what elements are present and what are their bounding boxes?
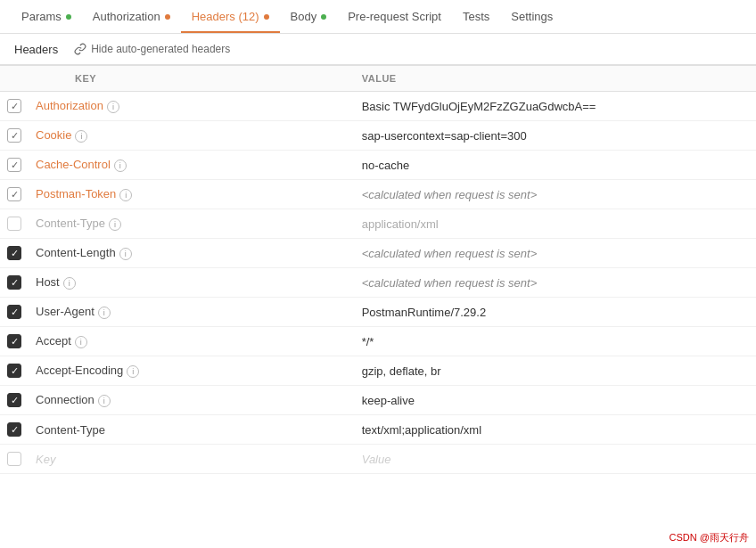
- info-icon[interactable]: i: [114, 159, 127, 172]
- table-row: AuthorizationiBasic TWFydGluOjEyM2FzZGZu…: [0, 92, 756, 121]
- row-checkbox[interactable]: [7, 187, 21, 201]
- table-row: Postman-Tokeni<calculated when request i…: [0, 180, 756, 209]
- info-icon[interactable]: i: [75, 336, 87, 348]
- table-row: Accept-Encodingigzip, deflate, br: [0, 356, 756, 386]
- tab-prerequest-label: Pre-request Script: [348, 10, 441, 23]
- value-cell: */*: [351, 327, 756, 356]
- value-cell: application/xml: [351, 209, 756, 239]
- row-checkbox[interactable]: [7, 217, 21, 231]
- checkbox-cell: [0, 121, 25, 151]
- row-checkbox[interactable]: [7, 275, 21, 290]
- params-dot: [66, 14, 71, 20]
- row-checkbox[interactable]: [7, 99, 21, 113]
- key-cell: Accept-Encodingi: [25, 356, 351, 386]
- key-cell: Connectioni: [25, 386, 351, 415]
- info-icon[interactable]: i: [119, 248, 132, 260]
- key-label: Host: [36, 275, 60, 289]
- info-icon[interactable]: i: [127, 365, 139, 378]
- tab-authorization-label: Authorization: [93, 10, 160, 23]
- key-cell: Authorizationi: [25, 92, 351, 121]
- info-icon[interactable]: i: [63, 277, 76, 290]
- table-row: Cookieisap-usercontext=sap-client=300: [0, 121, 756, 151]
- value-cell: <calculated when request is sent>: [351, 239, 756, 268]
- row-checkbox[interactable]: [7, 334, 21, 348]
- placeholder-key[interactable]: Key: [25, 445, 351, 474]
- checkbox-cell: [0, 415, 25, 445]
- info-icon[interactable]: i: [98, 395, 111, 407]
- headers-table: KEY VALUE AuthorizationiBasic TWFydGluOj…: [0, 65, 756, 474]
- key-label: Content-Length: [36, 246, 116, 259]
- value-cell: sap-usercontext=sap-client=300: [351, 121, 756, 151]
- tab-headers[interactable]: Headers (12): [181, 0, 280, 33]
- row-checkbox[interactable]: [7, 158, 21, 172]
- key-label: Content-Type: [36, 423, 105, 437]
- key-cell: Cookiei: [25, 121, 351, 151]
- tab-tests[interactable]: Tests: [452, 0, 500, 33]
- checkbox-cell: [0, 92, 25, 121]
- placeholder-value[interactable]: Value: [351, 445, 756, 474]
- tab-params-label: Params: [21, 10, 62, 23]
- headers-dot: [264, 14, 269, 20]
- checkbox-cell: [0, 268, 25, 298]
- table-row: Hosti<calculated when request is sent>: [0, 268, 756, 298]
- row-checkbox[interactable]: [7, 364, 21, 378]
- key-cell: Content-Type: [25, 415, 351, 445]
- table-row: Cache-Controlino-cache: [0, 151, 756, 180]
- key-label: Authorization: [36, 99, 103, 112]
- tab-body[interactable]: Body: [280, 0, 338, 33]
- checkbox-cell: [0, 180, 25, 209]
- info-icon[interactable]: i: [75, 130, 87, 143]
- tab-body-label: Body: [291, 10, 317, 23]
- tab-prerequest[interactable]: Pre-request Script: [337, 0, 452, 33]
- tab-headers-label: Headers (12): [192, 10, 259, 23]
- value-cell: <calculated when request is sent>: [351, 268, 756, 298]
- headers-section-label: Headers: [14, 43, 58, 56]
- link-icon: [74, 43, 86, 55]
- table-row: User-AgentiPostmanRuntime/7.29.2: [0, 298, 756, 327]
- info-icon[interactable]: i: [98, 307, 111, 319]
- checkbox-cell: [0, 386, 25, 415]
- tab-authorization[interactable]: Authorization: [82, 0, 181, 33]
- col-value-header: VALUE: [351, 66, 756, 92]
- value-cell: text/xml;application/xml: [351, 415, 756, 445]
- authorization-dot: [165, 14, 170, 20]
- value-cell: <calculated when request is sent>: [351, 180, 756, 209]
- hide-auto-label: Hide auto-generated headers: [91, 43, 230, 55]
- value-cell: PostmanRuntime/7.29.2: [351, 298, 756, 327]
- tab-tests-label: Tests: [463, 10, 489, 23]
- info-icon[interactable]: i: [107, 101, 119, 113]
- row-checkbox[interactable]: [7, 393, 21, 407]
- table-row: Accepti*/*: [0, 327, 756, 356]
- key-cell: Accepti: [25, 327, 351, 356]
- value-cell: gzip, deflate, br: [351, 356, 756, 386]
- hide-auto-headers-button[interactable]: Hide auto-generated headers: [69, 41, 235, 57]
- row-checkbox[interactable]: [7, 246, 21, 260]
- row-checkbox[interactable]: [7, 422, 21, 437]
- key-label: Accept-Encoding: [36, 364, 123, 377]
- checkbox-cell: [0, 151, 25, 180]
- info-icon[interactable]: i: [109, 218, 121, 231]
- row-checkbox[interactable]: [7, 305, 21, 319]
- checkbox-cell: [0, 298, 25, 327]
- tab-params[interactable]: Params: [11, 0, 82, 33]
- table-row: Connectionikeep-alive: [0, 386, 756, 415]
- key-label: Content-Type: [36, 217, 105, 230]
- key-cell: Postman-Tokeni: [25, 180, 351, 209]
- tab-bar: Params Authorization Headers (12) Body P…: [0, 0, 756, 34]
- table-row-placeholder: KeyValue: [0, 445, 756, 474]
- value-cell: keep-alive: [351, 386, 756, 415]
- table-row: Content-Typeiapplication/xml: [0, 209, 756, 239]
- key-label: Accept: [36, 334, 71, 348]
- checkbox-cell: [0, 239, 25, 268]
- key-label: Postman-Token: [36, 187, 116, 200]
- table-row: Content-Typetext/xml;application/xml: [0, 415, 756, 445]
- table-row: Content-Lengthi<calculated when request …: [0, 239, 756, 268]
- checkbox-cell: [0, 209, 25, 239]
- value-cell: no-cache: [351, 151, 756, 180]
- key-cell: Cache-Controli: [25, 151, 351, 180]
- row-checkbox[interactable]: [7, 128, 21, 143]
- placeholder-checkbox[interactable]: [7, 452, 21, 466]
- info-icon[interactable]: i: [119, 189, 132, 201]
- tab-settings[interactable]: Settings: [500, 0, 563, 33]
- checkbox-cell: [0, 356, 25, 386]
